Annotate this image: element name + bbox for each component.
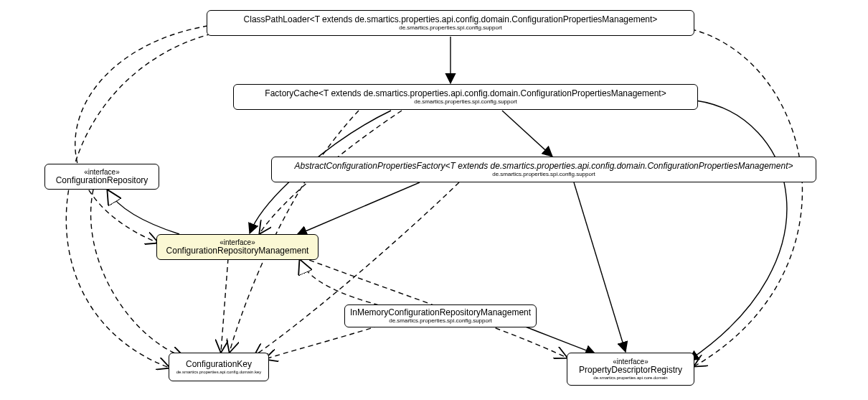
node-title: PropertyDescriptorRegistry: [579, 366, 682, 376]
node-title: ConfigurationRepositoryManagement: [166, 246, 309, 256]
node-package: de.smartics.properties.api.config.domain…: [176, 370, 262, 375]
node-package: de.smartics.properties.spi.config.suppor…: [399, 25, 502, 32]
node-package: de.smartics.properties.spi.config.suppor…: [389, 318, 492, 325]
diagram-edges: [0, 0, 868, 400]
node-property-descriptor-registry[interactable]: «interface» PropertyDescriptorRegistry d…: [567, 353, 694, 386]
node-package: de.smartics.properties.spi.config.suppor…: [492, 172, 595, 178]
node-stereotype: «interface»: [220, 238, 255, 246]
node-configuration-repository[interactable]: «interface» ConfigurationRepository: [44, 164, 159, 190]
node-abstract-factory[interactable]: AbstractConfigurationPropertiesFactory<T…: [271, 157, 816, 182]
node-title: AbstractConfigurationPropertiesFactory<T…: [294, 162, 793, 172]
node-package: de.smartics.properties.spi.config.suppor…: [414, 99, 517, 106]
node-configuration-repository-management[interactable]: «interface» ConfigurationRepositoryManag…: [156, 234, 319, 260]
node-title: InMemoryConfigurationRepositoryManagemen…: [350, 308, 531, 318]
node-stereotype: «interface»: [84, 168, 119, 176]
node-title: ClassPathLoader<T extends de.smartics.pr…: [244, 15, 658, 25]
node-title: ConfigurationKey: [186, 360, 252, 370]
node-class-path-loader[interactable]: ClassPathLoader<T extends de.smartics.pr…: [207, 10, 694, 36]
node-title: ConfigurationRepository: [56, 176, 148, 186]
node-in-memory-crm[interactable]: InMemoryConfigurationRepositoryManagemen…: [344, 304, 537, 327]
node-title: FactoryCache<T extends de.smartics.prope…: [265, 89, 666, 99]
node-configuration-key[interactable]: ConfigurationKey de.smartics.properties.…: [169, 353, 269, 381]
node-package: de.smartics.properties.api.core.domain: [593, 376, 667, 381]
node-factory-cache[interactable]: FactoryCache<T extends de.smartics.prope…: [233, 84, 698, 110]
